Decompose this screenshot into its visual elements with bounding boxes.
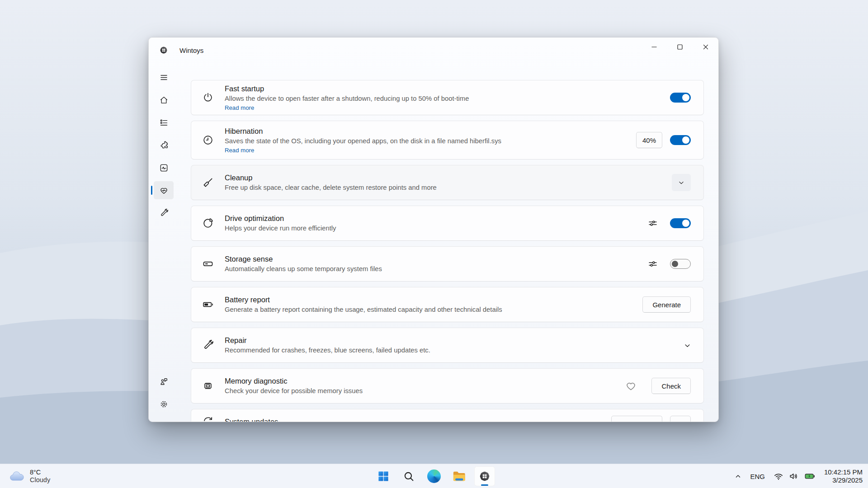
tweaks-wrench-icon — [159, 208, 169, 218]
setting-row-cleanup[interactable]: Cleanup Free up disk space, clear cache,… — [191, 165, 704, 200]
favorite-heart-icon[interactable] — [625, 380, 637, 392]
wifi-icon — [774, 471, 783, 481]
setting-description: Allows the device to open faster after a… — [225, 94, 469, 103]
setting-title: Fast startup — [225, 84, 469, 94]
drive-optimization-toggle[interactable] — [670, 218, 691, 228]
pie-chart-icon — [202, 217, 214, 229]
services-icon — [159, 141, 169, 150]
volume-icon — [789, 471, 799, 481]
edge-browser-button[interactable] — [424, 466, 444, 486]
search-icon — [403, 471, 415, 482]
sidebar-item-home[interactable] — [154, 91, 174, 109]
weather-widget[interactable]: 8°C Cloudy — [5, 464, 54, 488]
storage-sense-options-button[interactable] — [647, 258, 658, 269]
sidebar-item-health[interactable] — [154, 181, 174, 199]
setting-title: Cleanup — [225, 173, 437, 183]
repair-expand-button[interactable] — [684, 342, 691, 349]
setting-description: Helps your device run more efficiently — [225, 224, 336, 233]
sidebar-item-feedback[interactable] — [154, 372, 174, 390]
setting-row-storage-sense: Storage sense Automatically cleans up so… — [191, 246, 704, 282]
tray-date: 3/29/2025 — [824, 476, 863, 485]
setting-description: Check your device for possible memory is… — [225, 387, 363, 395]
broom-icon — [202, 177, 214, 188]
hibernation-size-dropdown[interactable]: 40% — [636, 132, 662, 148]
taskbar-tray: ENG 10:42:15 PM 3/29/2025 — [735, 464, 863, 488]
fast-startup-toggle[interactable] — [670, 93, 691, 103]
setting-title: Hibernation — [225, 127, 501, 136]
setting-row-memory-diagnostic: Memory diagnostic Check your device for … — [191, 368, 704, 404]
setting-row-fast-startup: Fast startup Allows the device to open f… — [191, 80, 704, 115]
wintoys-logo-icon — [159, 45, 169, 55]
titlebar: Wintoys — [149, 38, 718, 63]
setting-row-hibernation: Hibernation Saves the state of the OS, i… — [191, 121, 704, 160]
sidebar-item-settings[interactable] — [154, 395, 174, 413]
storage-sense-toggle[interactable] — [670, 259, 691, 269]
drive-optimization-options-button[interactable] — [647, 218, 658, 229]
dropdown-value: Manually — [618, 420, 645, 422]
search-button[interactable] — [398, 466, 419, 486]
sidebar-item-services[interactable] — [154, 136, 174, 154]
setting-description: Free up disk space, clear cache, delete … — [225, 183, 437, 192]
setting-title: Storage sense — [225, 254, 382, 264]
sidebar-item-apps[interactable] — [154, 113, 174, 131]
chevron-up-icon — [735, 473, 741, 480]
setting-description: Automatically cleans up some temporary s… — [225, 265, 382, 273]
read-more-link[interactable]: Read more — [225, 146, 254, 154]
tray-status-icons[interactable] — [774, 471, 816, 481]
tray-time: 10:42:15 PM — [824, 468, 863, 477]
sidebar-menu-button[interactable] — [154, 68, 174, 86]
taskbar-center — [373, 466, 495, 486]
setting-row-battery-report: Battery report Generate a battery report… — [191, 287, 704, 322]
clock-icon — [202, 134, 214, 146]
setting-description: Recommended for crashes, freezes, blue s… — [225, 346, 430, 355]
sidebar-item-tweaks[interactable] — [154, 204, 174, 222]
battery-charging-icon — [804, 471, 816, 481]
health-settings-list: Fast startup Allows the device to open f… — [177, 63, 718, 422]
hibernation-toggle[interactable] — [670, 135, 691, 145]
setting-description: Saves the state of the OS, including you… — [225, 137, 501, 145]
chevron-down-icon — [678, 179, 684, 186]
wrench-icon — [202, 339, 214, 351]
chevron-down-icon — [684, 342, 691, 349]
read-more-link[interactable]: Read more — [225, 104, 254, 112]
system-updates-mode-dropdown[interactable]: Manually — [611, 416, 662, 422]
maximize-button[interactable] — [667, 38, 693, 56]
start-button[interactable] — [373, 466, 394, 486]
setting-title: Battery report — [225, 295, 502, 305]
setting-title: Repair — [225, 336, 430, 345]
setting-row-repair[interactable]: Repair Recommended for crashes, freezes,… — [191, 328, 704, 363]
system-updates-reset-button[interactable] — [670, 416, 691, 422]
tray-overflow-button[interactable] — [735, 473, 741, 480]
apps-icon — [159, 118, 169, 127]
memory-chip-icon — [202, 380, 214, 392]
language-indicator[interactable]: ENG — [750, 473, 765, 480]
menu-icon — [159, 73, 169, 82]
wintoys-icon — [478, 469, 491, 483]
sidebar-item-performance[interactable] — [154, 159, 174, 177]
battery-icon — [202, 299, 214, 310]
cleanup-expand-button[interactable] — [672, 174, 691, 191]
close-icon — [702, 43, 709, 51]
performance-icon — [159, 163, 169, 173]
file-explorer-button[interactable] — [449, 466, 470, 486]
health-icon — [159, 186, 169, 195]
start-icon — [377, 470, 389, 482]
check-button[interactable]: Check — [651, 378, 691, 394]
system-updates-icon — [202, 416, 214, 422]
sliders-icon — [647, 218, 658, 229]
setting-row-drive-optimization: Drive optimization Helps your device run… — [191, 206, 704, 241]
sidebar — [149, 63, 177, 422]
clock[interactable]: 10:42:15 PM 3/29/2025 — [824, 468, 863, 485]
setting-title: System updates — [225, 417, 278, 422]
minimize-button[interactable] — [641, 38, 667, 56]
generate-button[interactable]: Generate — [642, 296, 691, 313]
chevron-down-icon — [650, 421, 656, 422]
storage-drive-icon — [202, 258, 214, 270]
wintoys-taskbar-button[interactable] — [474, 466, 495, 486]
cloud-icon — [9, 470, 25, 482]
close-button[interactable] — [693, 38, 718, 56]
setting-title: Drive optimization — [225, 214, 336, 223]
feedback-icon — [159, 377, 169, 386]
window-title: Wintoys — [179, 47, 203, 54]
window-controls — [641, 38, 718, 56]
